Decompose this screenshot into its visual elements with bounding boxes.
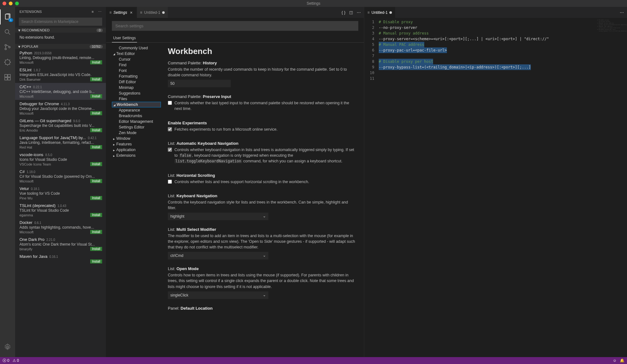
extension-desc: C/C++ IntelliSense, debugging, and code … xyxy=(19,90,102,94)
install-button[interactable]: Install xyxy=(90,94,102,98)
extension-item[interactable]: Debugger for Chrome4.11.3Debug your Java… xyxy=(15,100,106,117)
side-panel: EXTENSIONS ≡ ⋯ ▶RECOMMENDED 0 No extensi… xyxy=(15,7,106,357)
maximize-window-button[interactable] xyxy=(15,2,19,5)
install-button[interactable]: Install xyxy=(90,60,102,64)
extension-item[interactable]: ESLint1.8.2Integrates ESLint JavaScript … xyxy=(15,66,106,83)
settings-nav-item[interactable]: Workbench xyxy=(112,102,161,107)
install-button[interactable]: Install xyxy=(90,128,102,132)
open-json-icon[interactable]: { } xyxy=(342,10,345,15)
svg-point-10 xyxy=(7,346,8,348)
user-settings-tab[interactable]: User Settings xyxy=(112,34,137,42)
feedback-icon[interactable]: ☺ xyxy=(613,358,617,363)
search-activity[interactable] xyxy=(0,24,15,40)
settings-nav-item[interactable]: Breadcrumbs xyxy=(112,113,161,119)
settings-nav-item[interactable]: Find xyxy=(112,62,161,68)
settings-nav-item[interactable]: Settings Editor xyxy=(112,124,161,130)
extension-item[interactable]: C#1.18.0C# for Visual Studio Code (power… xyxy=(15,168,106,185)
extension-item[interactable]: C/C++0.22.1C/C++ IntelliSense, debugging… xyxy=(15,83,106,100)
settings-nav-item[interactable]: Diff Editor xyxy=(112,79,161,85)
recommended-section-header[interactable]: ▶RECOMMENDED 0 xyxy=(15,28,106,33)
settings-nav-item[interactable]: Minimap xyxy=(112,85,161,90)
settings-nav-item[interactable]: Formatting xyxy=(112,73,161,79)
extension-item[interactable]: Maven for Java0.16.1Install xyxy=(15,253,106,265)
more-actions-icon[interactable]: ⋯ xyxy=(357,10,361,15)
tab-settings[interactable]: ≡ Settings × xyxy=(106,7,137,18)
tab-bar-left: ≡ Settings × ≡ Untitled-1 { } ◫ ⋯ xyxy=(106,7,364,18)
errors-status[interactable]: ⓧ 0 xyxy=(3,358,9,363)
settings-nav-item[interactable]: Font xyxy=(112,68,161,73)
install-button[interactable]: Install xyxy=(90,77,102,81)
extensions-activity[interactable] xyxy=(0,70,15,85)
extension-item[interactable]: One Dark Pro2.21.0Atom's iconic One Dark… xyxy=(15,236,106,253)
extension-item[interactable]: Vetur0.18.1Vue tooling for VS CodePine W… xyxy=(15,185,106,202)
extension-item[interactable]: TSLint (deprecated)1.0.43TSLint for Visu… xyxy=(15,202,106,219)
settings-gear[interactable] xyxy=(0,340,15,355)
extension-publisher: Microsoft xyxy=(19,179,34,183)
extension-publisher: Microsoft xyxy=(19,95,34,98)
code-area[interactable]: # Disable proxy--no-proxy-server# Manual… xyxy=(379,18,627,357)
settings-nav-item[interactable]: Suggestions xyxy=(112,90,161,96)
settings-nav-item[interactable]: Appearance xyxy=(112,107,161,113)
bell-icon[interactable]: 🔔 xyxy=(620,358,624,363)
extension-item[interactable]: Docker0.6.1Adds syntax highlighting, com… xyxy=(15,219,106,236)
close-window-button[interactable] xyxy=(3,2,6,5)
extension-desc: Supercharge the Git capabilities built i… xyxy=(19,123,102,128)
settings-search-input[interactable] xyxy=(112,21,358,31)
install-button[interactable]: Install xyxy=(90,162,102,166)
setting-list-hscroll: List: Horizontal Scrolling Controls whet… xyxy=(168,173,357,187)
extensions-search-input[interactable] xyxy=(19,18,102,26)
install-button[interactable]: Install xyxy=(90,196,102,200)
keynav-select[interactable]: highlight xyxy=(168,213,268,220)
scm-activity[interactable] xyxy=(0,40,15,55)
settings-nav-item[interactable]: Commonly Used xyxy=(112,45,161,51)
minimize-window-button[interactable] xyxy=(9,2,13,5)
install-button[interactable]: Install xyxy=(90,145,102,149)
settings-nav-item[interactable]: Application xyxy=(112,147,161,153)
install-button[interactable]: Install xyxy=(90,213,102,217)
openmode-select[interactable]: singleClick xyxy=(168,291,268,299)
settings-nav-item[interactable]: Cursor xyxy=(112,57,161,62)
settings-nav-item[interactable]: Files xyxy=(112,96,161,102)
settings-nav-item[interactable]: Window xyxy=(112,136,161,141)
extension-name: TSLint (deprecated) xyxy=(19,203,56,208)
autonav-checkbox[interactable] xyxy=(168,148,172,152)
extension-item[interactable]: Python2019.3.6558Linting, Debugging (mul… xyxy=(15,49,106,66)
extension-item[interactable]: GitLens — Git supercharged9.6.0Superchar… xyxy=(15,117,106,134)
warnings-status[interactable]: ⚠ 0 xyxy=(13,358,19,363)
install-button[interactable]: Install xyxy=(90,259,102,263)
setting-panel-location: Panel: Default Location xyxy=(168,306,357,311)
multisel-select[interactable]: ctrlCmd xyxy=(168,252,268,259)
settings-nav-item[interactable]: Text Editor xyxy=(112,51,161,57)
install-button[interactable]: Install xyxy=(90,111,102,115)
preserve-checkbox[interactable] xyxy=(168,101,172,105)
history-input[interactable] xyxy=(168,80,231,87)
settings-nav-item[interactable]: Extensions xyxy=(112,153,161,158)
experiments-checkbox[interactable] xyxy=(168,127,172,131)
install-button[interactable]: Install xyxy=(90,247,102,251)
more-icon[interactable]: ⋯ xyxy=(98,10,102,14)
split-editor-icon[interactable]: ◫ xyxy=(349,10,353,15)
install-button[interactable]: Install xyxy=(90,179,102,183)
install-button[interactable]: Install xyxy=(90,230,102,234)
explorer-activity[interactable]: 1 xyxy=(0,9,15,24)
tab-untitled[interactable]: ≡ Untitled-1 xyxy=(137,7,168,18)
setting-list-keynav: List: Keyboard Navigation Controls the k… xyxy=(168,193,357,220)
debug-activity[interactable] xyxy=(0,55,15,70)
close-icon[interactable]: × xyxy=(129,10,133,15)
extension-item[interactable]: vscode-icons8.5.0Icons for Visual Studio… xyxy=(15,151,106,168)
title-bar: Settings xyxy=(0,0,627,7)
setting-enable-experiments: Enable Experiments Fetches experiments t… xyxy=(168,121,357,134)
settings-nav-item[interactable]: Zen Mode xyxy=(112,130,161,136)
settings-content: Workbench Command Palette: History Contr… xyxy=(161,43,364,357)
more-actions-icon[interactable]: ⋯ xyxy=(620,10,624,15)
extension-name: C# xyxy=(19,169,25,174)
extension-item[interactable]: Language Support for Java(TM) by...0.42.… xyxy=(15,134,106,151)
tab-untitled-right[interactable]: ≡ Untitled-1 xyxy=(364,7,395,18)
filter-icon[interactable]: ≡ xyxy=(92,10,94,14)
settings-nav-item[interactable]: Editor Management xyxy=(112,119,161,124)
hscroll-checkbox[interactable] xyxy=(168,180,172,184)
text-editor[interactable]: 1234567891011 # Disable proxy--no-proxy-… xyxy=(364,18,627,357)
popular-section-header[interactable]: ▶POPULAR 10762 xyxy=(15,44,106,49)
minimap[interactable]: # Disable proxy--no-proxy-server# Manual… xyxy=(597,19,626,32)
settings-nav-item[interactable]: Features xyxy=(112,141,161,147)
